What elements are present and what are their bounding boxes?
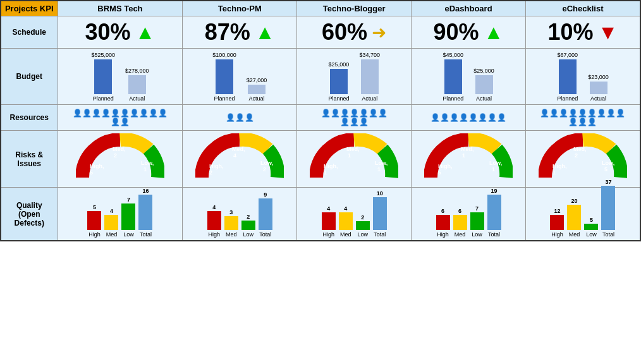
quality-technopm-med-num: 3 xyxy=(229,209,233,215)
budget-echecklist-actual-label: $23,000 xyxy=(588,74,609,80)
quality-technoblogger-low-lbl: Low xyxy=(357,231,368,238)
risks-label: Risks & Issues xyxy=(1,131,58,188)
quality-technoblogger-total: 10 Total xyxy=(373,190,387,238)
budget-brms-planned-bottom: Planned xyxy=(93,95,114,102)
quality-echecklist-med-num: 20 xyxy=(571,198,577,204)
budget-brms-chart: $525,000 Planned $278,000 Actual xyxy=(63,51,178,102)
svg-text:2: 2 xyxy=(114,152,117,159)
budget-technopm-planned-label: $100,000 xyxy=(212,52,236,58)
budget-brms-actual-label: $278,000 xyxy=(125,68,149,74)
budget-echecklist-actual: $23,000 Actual xyxy=(588,74,609,102)
svg-text:Med,: Med, xyxy=(232,146,245,152)
svg-text:High,: High, xyxy=(209,163,224,169)
dashboard-table: Projects KPI BRMS Tech Techno-PM Techno-… xyxy=(0,0,641,241)
budget-brms-planned-bar xyxy=(94,59,112,94)
budget-echecklist-planned: $67,000 Planned xyxy=(557,52,578,102)
quality-edashboard-high: 6 High xyxy=(436,208,450,238)
quality-technopm: 4 High 3 Med 2 Low 9 xyxy=(183,188,297,241)
quality-technoblogger-low-bar xyxy=(356,221,370,230)
budget-technopm-actual-label: $27,000 xyxy=(247,77,267,83)
budget-echecklist-chart: $67,000 Planned $23,000 Actual xyxy=(531,51,635,102)
budget-technoblogger-planned-bottom: Planned xyxy=(328,95,349,102)
quality-edashboard-total-num: 19 xyxy=(491,188,498,194)
budget-technoblogger-planned-bar xyxy=(330,69,348,94)
budget-echecklist-actual-bottom: Actual xyxy=(590,95,606,102)
budget-edashboard-planned-bottom: Planned xyxy=(443,95,463,102)
quality-brms-med-num: 4 xyxy=(110,208,113,214)
resources-brms-red: 👤👤 xyxy=(62,118,179,126)
svg-text:Low,: Low, xyxy=(260,160,273,166)
budget-technoblogger-planned-label: $25,000 xyxy=(329,61,350,68)
resources-brms-green: 👤👤👤👤👤👤👤👤👤👤 xyxy=(62,109,179,118)
resources-edashboard-green: 👤👤👤👤👤👤👤👤 xyxy=(415,113,522,122)
quality-echecklist-low-lbl: Low xyxy=(586,231,597,238)
quality-edashboard-low-num: 7 xyxy=(475,205,479,212)
project-header-4: eDashboard xyxy=(412,1,526,16)
quality-echecklist-high-num: 12 xyxy=(554,208,560,214)
quality-edashboard-total-lbl: Total xyxy=(488,231,500,238)
quality-technopm-total-lbl: Total xyxy=(259,231,271,238)
quality-brms-med-bar xyxy=(104,215,118,230)
budget-brms-planned-label: $525,000 xyxy=(91,52,115,58)
svg-text:4: 4 xyxy=(233,152,236,159)
quality-technopm-total: 9 Total xyxy=(259,191,272,238)
budget-echecklist: $67,000 Planned $23,000 Actual xyxy=(525,49,640,105)
quality-technoblogger-med-lbl: Med xyxy=(340,231,351,238)
budget-edashboard-planned-label: $45,000 xyxy=(443,52,463,58)
budget-technoblogger-actual-bottom: Actual xyxy=(362,95,377,102)
quality-edashboard-low-bar xyxy=(470,212,484,230)
quality-echecklist-med: 20 Med xyxy=(567,198,581,238)
resources-echecklist-red: 👤👤👤 xyxy=(530,118,636,126)
quality-technopm-total-num: 9 xyxy=(264,191,267,198)
resources-echecklist-green: 👤👤👤👤👤👤👤👤👤 xyxy=(530,109,636,118)
quality-echecklist-total-num: 37 xyxy=(605,179,611,185)
quality-technoblogger-total-lbl: Total xyxy=(374,231,386,238)
budget-technoblogger-actual: $34,700 Actual xyxy=(359,52,380,102)
svg-text:Med,: Med, xyxy=(461,146,474,152)
resources-technopm: 👤👤👤 xyxy=(183,105,297,131)
quality-brms-low-lbl: Low xyxy=(123,231,134,238)
budget-technopm-actual: $27,000 Actual xyxy=(247,77,267,102)
svg-text:5: 5 xyxy=(604,166,607,173)
quality-echecklist-low: 5 Low xyxy=(584,217,598,238)
quality-technoblogger-high-num: 4 xyxy=(327,205,330,212)
schedule-echecklist-arrow: ▼ xyxy=(598,21,618,44)
budget-brms: $525,000 Planned $278,000 Actual xyxy=(58,49,183,105)
budget-technopm-planned: $100,000 Planned xyxy=(212,52,236,102)
quality-technopm-med: 3 Med xyxy=(224,209,238,238)
quality-echecklist-med-bar xyxy=(567,205,581,230)
quality-technoblogger-total-bar xyxy=(373,197,387,230)
quality-technopm-chart: 4 High 3 Med 2 Low 9 xyxy=(188,190,291,238)
budget-technoblogger-actual-label: $34,700 xyxy=(359,52,380,58)
quality-edashboard-total-bar xyxy=(487,195,501,230)
risks-technoblogger: High, 1 Med, 1 Low, 1 xyxy=(297,131,412,188)
quality-technopm-high: 4 High xyxy=(207,204,221,238)
svg-text:High,: High, xyxy=(90,163,104,169)
quality-technopm-low-bar xyxy=(241,221,255,230)
quality-technoblogger-med: 4 Med xyxy=(339,205,353,238)
quality-technopm-low-lbl: Low xyxy=(243,231,254,238)
schedule-edashboard-arrow: ▲ xyxy=(484,21,504,44)
quality-brms-total: 16 Total xyxy=(138,188,152,238)
budget-label: Budget xyxy=(1,49,58,105)
svg-text:1: 1 xyxy=(377,166,381,173)
quality-technoblogger-low: 2 Low xyxy=(356,214,370,238)
schedule-technopm-arrow: ▲ xyxy=(255,21,275,44)
resources-echecklist: 👤👤👤👤👤👤👤👤👤 👤👤👤 xyxy=(525,105,640,131)
budget-technopm: $100,000 Planned $27,000 Actual xyxy=(183,49,297,105)
quality-technoblogger-high-bar xyxy=(322,212,336,230)
budget-edashboard: $45,000 Planned $25,000 Actual xyxy=(412,49,526,105)
quality-edashboard-low-lbl: Low xyxy=(472,231,482,238)
schedule-technoblogger-arrow: ➜ xyxy=(372,22,386,43)
quality-technoblogger-high-lbl: High xyxy=(322,231,334,238)
budget-technopm-planned-bottom: Planned xyxy=(214,95,235,102)
budget-edashboard-actual-label: $25,000 xyxy=(473,68,494,74)
quality-technoblogger-med-bar xyxy=(339,212,353,230)
budget-technoblogger-planned: $25,000 Planned xyxy=(328,61,349,102)
budget-echecklist-planned-label: $67,000 xyxy=(557,52,578,58)
quality-technopm-high-num: 4 xyxy=(212,204,216,210)
quality-brms-total-bar xyxy=(138,195,152,230)
kpi-header: Projects KPI xyxy=(1,1,58,16)
quality-technopm-med-bar xyxy=(224,216,238,230)
quality-brms-med-lbl: Med xyxy=(106,231,118,238)
